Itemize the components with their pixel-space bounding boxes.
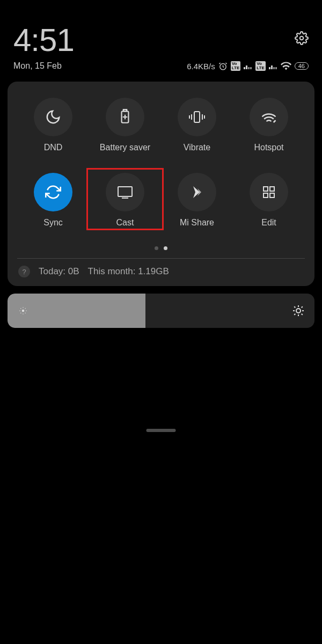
tile-label: Battery saver	[100, 143, 150, 152]
svg-point-23	[25, 308, 26, 309]
tile-dnd[interactable]: DND	[17, 98, 89, 152]
svg-rect-13	[264, 193, 268, 197]
usage-month: This month: 1.19GB	[88, 266, 169, 277]
svg-point-15	[22, 310, 25, 312]
tile-sync[interactable]: Sync	[17, 173, 89, 228]
svg-rect-14	[270, 193, 274, 197]
cast-icon	[116, 185, 134, 199]
mishare-icon	[189, 184, 205, 200]
quick-settings-panel: DND Battery saver Vibrate Hotspot	[8, 82, 314, 286]
svg-point-17	[23, 313, 24, 314]
brightness-high-icon	[292, 304, 305, 317]
alarm-icon	[218, 62, 228, 71]
tile-edit[interactable]: Edit	[233, 173, 305, 228]
tile-mi-share[interactable]: Mi Share	[161, 173, 233, 228]
brightness-low-icon	[18, 306, 28, 316]
tile-label: Vibrate	[184, 143, 210, 152]
svg-rect-11	[264, 187, 268, 191]
tile-label: Sync	[43, 218, 63, 228]
sync-icon	[45, 184, 61, 200]
svg-point-20	[20, 308, 21, 309]
svg-rect-4	[194, 112, 200, 122]
page-indicator[interactable]	[13, 228, 309, 255]
wifi-icon	[281, 62, 291, 70]
svg-point-21	[25, 313, 26, 314]
svg-point-0	[300, 36, 304, 40]
divider	[17, 258, 305, 259]
hotspot-icon	[261, 110, 277, 124]
svg-rect-12	[270, 187, 274, 191]
tile-label: Hotspot	[254, 143, 283, 152]
svg-rect-7	[202, 114, 203, 120]
moon-icon	[45, 109, 61, 125]
tile-cast[interactable]: Cast	[86, 168, 164, 230]
svg-rect-5	[191, 114, 192, 120]
page-dot-active	[164, 246, 167, 250]
help-icon: ?	[18, 266, 30, 277]
settings-icon[interactable]	[295, 31, 309, 45]
svg-line-31	[294, 314, 295, 315]
svg-line-28	[302, 314, 303, 315]
svg-point-24	[296, 309, 301, 313]
volte-badge-1: VoLTE	[231, 61, 241, 71]
svg-point-18	[19, 310, 20, 311]
svg-point-16	[23, 307, 24, 308]
svg-point-22	[20, 313, 21, 314]
battery-icon	[118, 109, 132, 125]
tile-label: DND	[44, 143, 63, 152]
brightness-fill	[8, 294, 145, 328]
usage-today: Today: 0B	[39, 266, 79, 277]
svg-point-19	[26, 310, 27, 311]
grid-icon	[262, 185, 276, 199]
status-icons: 6.4KB/s VoLTE VoLTE 46	[187, 61, 309, 71]
tile-label: Edit	[261, 218, 276, 228]
svg-line-32	[302, 306, 303, 308]
tile-battery-saver[interactable]: Battery saver	[89, 98, 161, 152]
page-dot	[155, 246, 158, 250]
clock-time: 4:51	[13, 21, 74, 58]
svg-rect-9	[118, 187, 132, 196]
nav-handle[interactable]	[147, 429, 176, 432]
svg-rect-3	[123, 109, 127, 111]
svg-rect-6	[189, 115, 190, 119]
tile-vibrate[interactable]: Vibrate	[161, 98, 233, 152]
brightness-slider[interactable]	[8, 294, 314, 328]
data-usage-row[interactable]: ? Today: 0B This month: 1.19GB	[13, 263, 309, 280]
svg-line-27	[294, 306, 295, 308]
tile-hotspot[interactable]: Hotspot	[233, 98, 305, 152]
signal-icon-2	[269, 63, 277, 69]
svg-rect-8	[204, 115, 205, 119]
tile-label: Cast	[116, 218, 134, 228]
date-label: Mon, 15 Feb	[13, 61, 62, 71]
vibrate-icon	[188, 110, 206, 124]
tile-label: Mi Share	[180, 218, 214, 228]
signal-icon-1	[244, 63, 252, 69]
network-speed: 6.4KB/s	[187, 62, 215, 71]
battery-level: 46	[295, 62, 309, 70]
volte-badge-2: VoLTE	[255, 61, 266, 71]
